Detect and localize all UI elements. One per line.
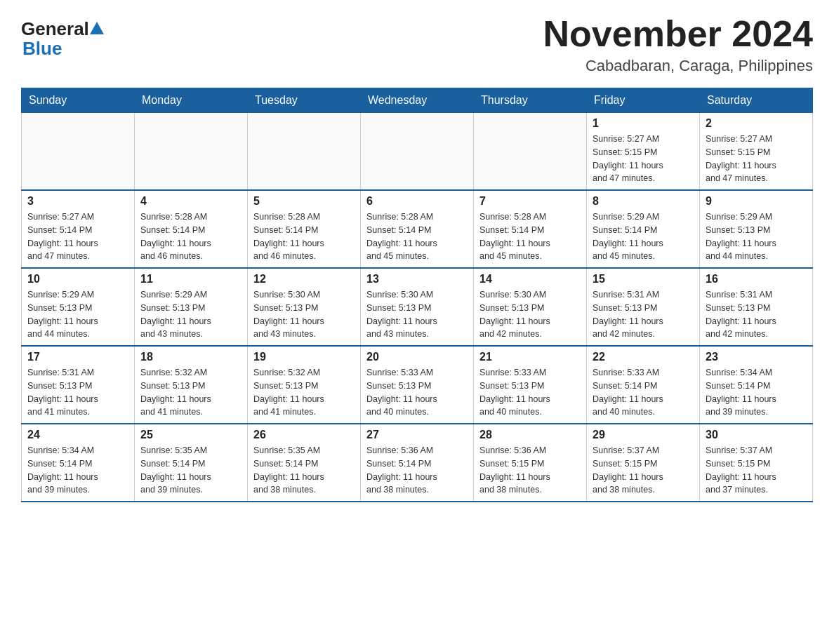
col-monday: Monday (135, 88, 248, 113)
table-row: 25Sunrise: 5:35 AMSunset: 5:14 PMDayligh… (135, 424, 248, 502)
day-info: Sunrise: 5:28 AMSunset: 5:14 PMDaylight:… (140, 210, 241, 263)
table-row: 4Sunrise: 5:28 AMSunset: 5:14 PMDaylight… (135, 190, 248, 268)
table-row: 9Sunrise: 5:29 AMSunset: 5:13 PMDaylight… (700, 190, 813, 268)
day-info: Sunrise: 5:31 AMSunset: 5:13 PMDaylight:… (27, 366, 128, 419)
week-row-2: 3Sunrise: 5:27 AMSunset: 5:14 PMDaylight… (22, 190, 813, 268)
table-row: 26Sunrise: 5:35 AMSunset: 5:14 PMDayligh… (248, 424, 361, 502)
table-row: 8Sunrise: 5:29 AMSunset: 5:14 PMDaylight… (587, 190, 700, 268)
day-number: 30 (706, 429, 807, 441)
table-row (22, 113, 135, 191)
day-number: 22 (593, 351, 694, 363)
day-info: Sunrise: 5:37 AMSunset: 5:15 PMDaylight:… (593, 444, 694, 497)
table-row: 18Sunrise: 5:32 AMSunset: 5:13 PMDayligh… (135, 346, 248, 424)
day-number: 10 (27, 273, 128, 286)
day-info: Sunrise: 5:35 AMSunset: 5:14 PMDaylight:… (253, 444, 355, 497)
col-tuesday: Tuesday (248, 88, 361, 113)
day-number: 8 (593, 195, 694, 208)
day-info: Sunrise: 5:27 AMSunset: 5:15 PMDaylight:… (706, 133, 807, 185)
day-info: Sunrise: 5:30 AMSunset: 5:13 PMDaylight:… (253, 288, 355, 341)
table-row (361, 113, 474, 191)
day-info: Sunrise: 5:33 AMSunset: 5:14 PMDaylight:… (593, 366, 694, 419)
table-row: 14Sunrise: 5:30 AMSunset: 5:13 PMDayligh… (474, 268, 587, 346)
table-row: 16Sunrise: 5:31 AMSunset: 5:13 PMDayligh… (700, 268, 813, 346)
day-number: 27 (366, 429, 468, 441)
table-row: 11Sunrise: 5:29 AMSunset: 5:13 PMDayligh… (135, 268, 248, 346)
day-number: 2 (706, 117, 807, 130)
day-number: 21 (479, 351, 581, 363)
day-number: 16 (706, 273, 807, 286)
table-row: 10Sunrise: 5:29 AMSunset: 5:13 PMDayligh… (22, 268, 135, 346)
day-info: Sunrise: 5:30 AMSunset: 5:13 PMDaylight:… (479, 288, 581, 341)
table-row: 23Sunrise: 5:34 AMSunset: 5:14 PMDayligh… (700, 346, 813, 424)
day-info: Sunrise: 5:33 AMSunset: 5:13 PMDaylight:… (366, 366, 468, 419)
table-row: 6Sunrise: 5:28 AMSunset: 5:14 PMDaylight… (361, 190, 474, 268)
day-info: Sunrise: 5:32 AMSunset: 5:13 PMDaylight:… (253, 366, 355, 419)
page-title: November 2024 (543, 14, 813, 54)
week-row-3: 10Sunrise: 5:29 AMSunset: 5:13 PMDayligh… (22, 268, 813, 346)
table-row: 29Sunrise: 5:37 AMSunset: 5:15 PMDayligh… (587, 424, 700, 502)
day-info: Sunrise: 5:32 AMSunset: 5:13 PMDaylight:… (140, 366, 241, 419)
col-saturday: Saturday (700, 88, 813, 113)
table-row: 28Sunrise: 5:36 AMSunset: 5:15 PMDayligh… (474, 424, 587, 502)
header-row: Sunday Monday Tuesday Wednesday Thursday… (22, 88, 813, 113)
table-row: 5Sunrise: 5:28 AMSunset: 5:14 PMDaylight… (248, 190, 361, 268)
day-info: Sunrise: 5:29 AMSunset: 5:13 PMDaylight:… (706, 210, 807, 263)
week-row-4: 17Sunrise: 5:31 AMSunset: 5:13 PMDayligh… (22, 346, 813, 424)
table-row: 22Sunrise: 5:33 AMSunset: 5:14 PMDayligh… (587, 346, 700, 424)
logo-line1: General (21, 20, 105, 38)
title-area: November 2024 Cabadbaran, Caraga, Philip… (543, 14, 813, 75)
table-row: 30Sunrise: 5:37 AMSunset: 5:15 PMDayligh… (700, 424, 813, 502)
table-row: 2Sunrise: 5:27 AMSunset: 5:15 PMDaylight… (700, 113, 813, 191)
day-number: 15 (593, 273, 694, 286)
day-number: 20 (366, 351, 468, 363)
page-subtitle: Cabadbaran, Caraga, Philippines (543, 57, 813, 75)
day-info: Sunrise: 5:28 AMSunset: 5:14 PMDaylight:… (253, 210, 355, 263)
day-number: 23 (706, 351, 807, 363)
day-info: Sunrise: 5:33 AMSunset: 5:13 PMDaylight:… (479, 366, 581, 419)
table-row: 19Sunrise: 5:32 AMSunset: 5:13 PMDayligh… (248, 346, 361, 424)
day-info: Sunrise: 5:31 AMSunset: 5:13 PMDaylight:… (706, 288, 807, 341)
day-info: Sunrise: 5:37 AMSunset: 5:15 PMDaylight:… (706, 444, 807, 497)
table-row: 1Sunrise: 5:27 AMSunset: 5:15 PMDaylight… (587, 113, 700, 191)
table-row: 12Sunrise: 5:30 AMSunset: 5:13 PMDayligh… (248, 268, 361, 346)
table-row: 3Sunrise: 5:27 AMSunset: 5:14 PMDaylight… (22, 190, 135, 268)
day-info: Sunrise: 5:34 AMSunset: 5:14 PMDaylight:… (27, 444, 128, 497)
week-row-5: 24Sunrise: 5:34 AMSunset: 5:14 PMDayligh… (22, 424, 813, 502)
table-row (474, 113, 587, 191)
day-info: Sunrise: 5:31 AMSunset: 5:13 PMDaylight:… (593, 288, 694, 341)
day-info: Sunrise: 5:27 AMSunset: 5:15 PMDaylight:… (593, 133, 694, 185)
day-number: 24 (27, 429, 128, 441)
table-row: 24Sunrise: 5:34 AMSunset: 5:14 PMDayligh… (22, 424, 135, 502)
day-number: 4 (140, 195, 241, 208)
col-friday: Friday (587, 88, 700, 113)
day-number: 26 (253, 429, 355, 441)
day-info: Sunrise: 5:29 AMSunset: 5:14 PMDaylight:… (593, 210, 694, 263)
day-info: Sunrise: 5:28 AMSunset: 5:14 PMDaylight:… (366, 210, 468, 263)
table-row: 17Sunrise: 5:31 AMSunset: 5:13 PMDayligh… (22, 346, 135, 424)
day-info: Sunrise: 5:27 AMSunset: 5:14 PMDaylight:… (27, 210, 128, 263)
col-thursday: Thursday (474, 88, 587, 113)
calendar-table: Sunday Monday Tuesday Wednesday Thursday… (21, 88, 813, 502)
day-info: Sunrise: 5:36 AMSunset: 5:15 PMDaylight:… (479, 444, 581, 497)
day-number: 14 (479, 273, 581, 286)
header: General Blue November 2024 Cabadbaran, C… (21, 14, 813, 75)
day-number: 11 (140, 273, 241, 286)
day-number: 29 (593, 429, 694, 441)
day-number: 25 (140, 429, 241, 441)
table-row (248, 113, 361, 191)
table-row (135, 113, 248, 191)
day-info: Sunrise: 5:30 AMSunset: 5:13 PMDaylight:… (366, 288, 468, 341)
day-info: Sunrise: 5:28 AMSunset: 5:14 PMDaylight:… (479, 210, 581, 263)
table-row: 20Sunrise: 5:33 AMSunset: 5:13 PMDayligh… (361, 346, 474, 424)
calendar-body: 1Sunrise: 5:27 AMSunset: 5:15 PMDaylight… (22, 113, 813, 502)
table-row: 13Sunrise: 5:30 AMSunset: 5:13 PMDayligh… (361, 268, 474, 346)
day-number: 28 (479, 429, 581, 441)
day-info: Sunrise: 5:29 AMSunset: 5:13 PMDaylight:… (140, 288, 241, 341)
table-row: 21Sunrise: 5:33 AMSunset: 5:13 PMDayligh… (474, 346, 587, 424)
day-info: Sunrise: 5:34 AMSunset: 5:14 PMDaylight:… (706, 366, 807, 419)
day-info: Sunrise: 5:36 AMSunset: 5:14 PMDaylight:… (366, 444, 468, 497)
day-info: Sunrise: 5:29 AMSunset: 5:13 PMDaylight:… (27, 288, 128, 341)
col-sunday: Sunday (22, 88, 135, 113)
day-number: 7 (479, 195, 581, 208)
day-number: 9 (706, 195, 807, 208)
